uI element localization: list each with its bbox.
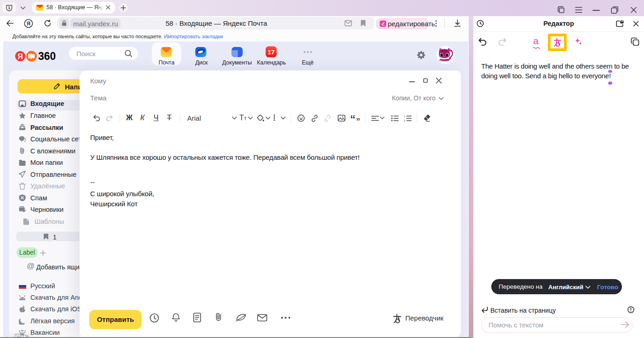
svg-text:360: 360 (38, 50, 56, 62)
svg-text:Я: Я (17, 52, 23, 60)
svg-text:1: 1 (8, 6, 10, 10)
svg-text:1: 1 (404, 115, 405, 118)
svg-text:17: 17 (268, 49, 275, 56)
svg-text:2: 2 (404, 119, 405, 122)
svg-text:Я: Я (27, 21, 30, 26)
